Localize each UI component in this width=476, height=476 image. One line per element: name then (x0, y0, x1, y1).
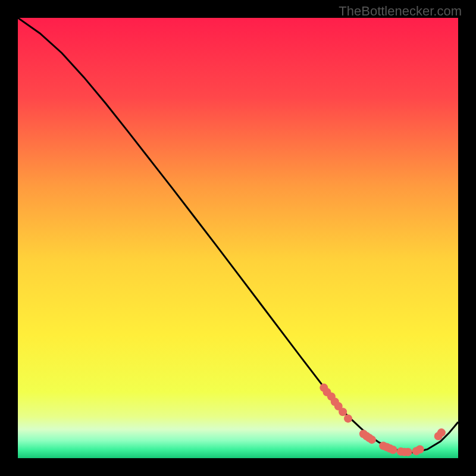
chart-svg (18, 18, 458, 458)
data-marker (339, 408, 347, 416)
data-marker (416, 445, 424, 453)
chart-container: TheBottlenecker.com (0, 0, 476, 476)
watermark-text: TheBottlenecker.com (339, 4, 462, 19)
plot-area (18, 18, 458, 458)
data-marker (344, 414, 352, 422)
gradient-background (18, 18, 458, 458)
data-marker (437, 428, 446, 437)
data-marker (368, 436, 376, 444)
data-marker (404, 448, 412, 456)
data-marker (389, 446, 397, 454)
